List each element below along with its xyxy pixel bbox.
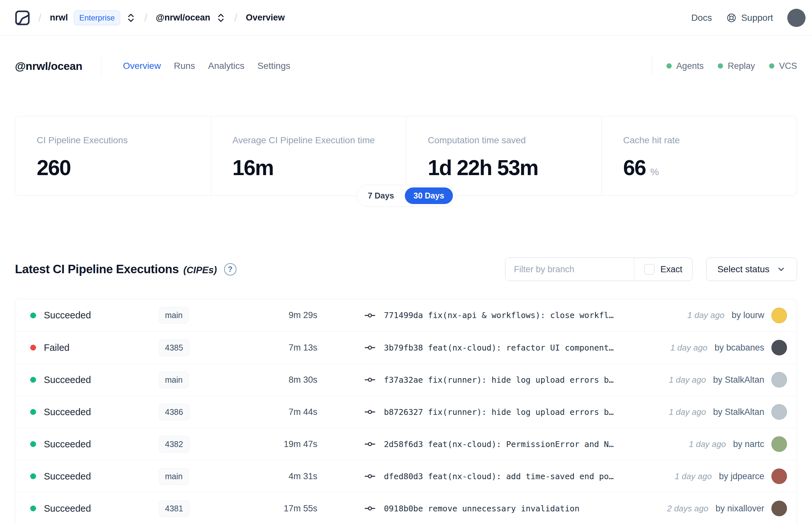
exact-label[interactable]: Exact <box>660 265 683 274</box>
status-dot-icon <box>769 63 774 69</box>
breadcrumb-page: Overview <box>246 13 285 23</box>
cipe-row[interactable]: Succeeded 4386 7m 44s b8726327 fix(runne… <box>15 396 797 428</box>
cipe-section-note: (CIPEs) <box>184 265 217 275</box>
help-icon[interactable]: ? <box>224 263 236 275</box>
branch-badge: 4381 <box>159 500 189 517</box>
cipe-time: 1 day ago <box>670 343 707 353</box>
stat-card-executions: CI Pipeline Executions 260 <box>15 116 211 196</box>
author-avatar <box>771 468 787 484</box>
integration-replay[interactable]: Replay <box>718 61 755 71</box>
status-select-dropdown[interactable]: Select status <box>706 258 797 281</box>
user-avatar[interactable] <box>787 9 806 27</box>
cipe-author: by jdpearce <box>719 471 764 481</box>
git-commit-icon <box>364 374 376 385</box>
chevron-down-icon <box>777 265 786 274</box>
author-avatar <box>771 404 787 420</box>
cipe-row[interactable]: Succeeded main 9m 29s 771499da fix(nx-ap… <box>15 299 797 331</box>
breadcrumb-org[interactable]: nrwl <box>50 13 68 23</box>
git-commit-icon <box>364 439 376 450</box>
cipe-row[interactable]: Failed 4385 7m 13s 3b79fb38 feat(nx-clou… <box>15 331 797 363</box>
stat-cards: CI Pipeline Executions 260 Average CI Pi… <box>15 116 797 196</box>
stat-card-cache-hit: Cache hit rate 66 % <box>601 116 797 196</box>
cipe-time: 2 days ago <box>667 504 708 514</box>
status-dot-icon <box>30 313 36 318</box>
nx-cloud-logo-icon <box>15 10 30 26</box>
status-dot-icon <box>30 441 36 447</box>
branch-badge: main <box>159 468 189 485</box>
branch-filter-input[interactable] <box>505 258 634 281</box>
cipe-time: 1 day ago <box>675 471 711 481</box>
author-avatar <box>771 308 787 323</box>
cipe-row[interactable]: Succeeded 4382 19m 47s 2d58f6d3 feat(nx-… <box>15 428 797 460</box>
lifebuoy-icon <box>726 13 737 23</box>
chevron-up-down-icon <box>217 13 225 23</box>
commit-message: 2d58f6d3 feat(nx-cloud): PermissionError… <box>384 439 614 449</box>
integration-agents[interactable]: Agents <box>667 61 704 71</box>
range-7-days[interactable]: 7 Days <box>359 188 403 204</box>
cipe-author: by nartc <box>733 439 764 449</box>
status-dot-icon <box>30 377 36 383</box>
cipe-status: Failed <box>44 342 70 353</box>
cipe-author: by bcabanes <box>715 343 764 353</box>
cipe-author: by StalkAltan <box>713 375 764 385</box>
cipe-duration: 7m 44s <box>235 407 317 417</box>
support-link[interactable]: Support <box>726 13 773 23</box>
integration-label: VCS <box>779 61 797 71</box>
author-avatar <box>771 340 787 356</box>
stat-card-avg-time: Average CI Pipeline Execution time 16m <box>211 116 406 196</box>
integration-label: Agents <box>676 61 704 71</box>
cipe-status: Succeeded <box>44 310 91 321</box>
stat-label: Cache hit rate <box>623 135 787 146</box>
range-30-days[interactable]: 30 Days <box>405 188 453 204</box>
breadcrumb-workspace[interactable]: @nrwl/ocean <box>156 13 210 23</box>
cipe-row[interactable]: Succeeded 4381 17m 55s 0918b0be remove u… <box>15 492 797 524</box>
commit-message: dfed80d3 feat(nx-cloud): add time-saved … <box>384 472 614 481</box>
cipe-status: Succeeded <box>44 407 91 418</box>
status-dot-icon <box>30 473 36 479</box>
tab-settings[interactable]: Settings <box>258 61 290 71</box>
docs-link[interactable]: Docs <box>691 13 712 23</box>
tab-analytics[interactable]: Analytics <box>208 61 245 71</box>
git-commit-icon <box>364 342 376 353</box>
org-switcher-button[interactable] <box>126 12 136 24</box>
cipe-duration: 9m 29s <box>235 310 317 320</box>
workspace-switcher-button[interactable] <box>216 12 226 24</box>
tab-runs[interactable]: Runs <box>174 61 195 71</box>
stats-section: CI Pipeline Executions 260 Average CI Pi… <box>15 116 797 196</box>
integration-label: Replay <box>727 61 755 71</box>
cipe-time: 1 day ago <box>689 439 726 449</box>
author-avatar <box>771 501 787 516</box>
exact-toggle: Exact <box>634 258 692 281</box>
author-avatar <box>771 372 787 388</box>
branch-badge: main <box>159 372 189 388</box>
nx-cloud-logo[interactable] <box>15 10 30 26</box>
branch-filter-group: Exact <box>505 258 692 281</box>
divider <box>101 57 101 75</box>
commit-message: 771499da fix(nx-api & workflows): close … <box>384 311 614 320</box>
workspace-title: @nrwl/ocean <box>15 60 82 73</box>
integration-vcs[interactable]: VCS <box>769 61 797 71</box>
workspace-tabs: Overview Runs Analytics Settings <box>123 61 290 71</box>
chevron-up-down-icon <box>127 13 135 23</box>
cipe-row[interactable]: Succeeded main 8m 30s f37a32ae fix(runne… <box>15 363 797 396</box>
commit-message: 0918b0be remove unnecessary invalidation <box>384 504 580 513</box>
cipe-status: Succeeded <box>44 471 91 482</box>
exact-checkbox[interactable] <box>644 264 655 274</box>
cipe-row[interactable]: Succeeded main 4m 31s dfed80d3 feat(nx-c… <box>15 460 797 492</box>
breadcrumb-separator: / <box>234 11 237 24</box>
cipe-status: Succeeded <box>44 439 91 450</box>
branch-badge: 4382 <box>159 436 189 452</box>
tab-overview[interactable]: Overview <box>123 61 161 71</box>
cipe-duration: 17m 55s <box>235 504 317 514</box>
status-dot-icon <box>718 63 723 69</box>
support-label: Support <box>741 13 773 23</box>
workspace-header: @nrwl/ocean Overview Runs Analytics Sett… <box>15 55 797 77</box>
cipe-time: 1 day ago <box>669 407 706 417</box>
status-dot-icon <box>30 345 36 350</box>
git-commit-icon <box>364 471 376 482</box>
commit-message: 3b79fb38 feat(nx-cloud): refactor UI com… <box>384 343 614 352</box>
cipe-author: by nixallover <box>716 504 764 514</box>
status-dot-icon <box>30 506 36 511</box>
status-dot-icon <box>30 409 36 415</box>
branch-badge: main <box>159 307 189 324</box>
